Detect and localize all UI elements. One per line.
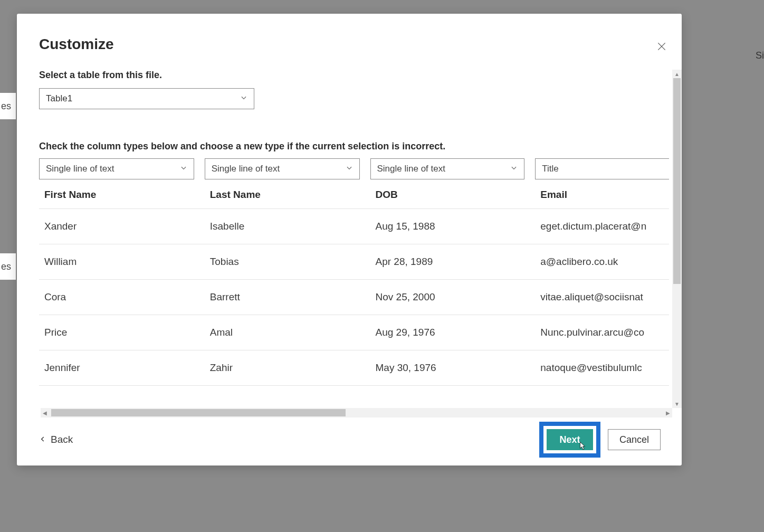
- scroll-down-icon[interactable]: ▼: [672, 400, 682, 408]
- table-row[interactable]: William Tobias Apr 28, 1989 a@aclibero.c…: [39, 244, 669, 280]
- cell-first-name: William: [39, 256, 205, 268]
- scroll-right-icon[interactable]: ▶: [664, 408, 672, 417]
- scroll-left-icon[interactable]: ◀: [41, 408, 49, 417]
- modal-body: Select a table from this file. Table1 Ch…: [39, 70, 682, 419]
- cell-last-name: Tobias: [205, 256, 370, 268]
- column-type-value: Single line of text: [377, 164, 445, 174]
- cancel-button[interactable]: Cancel: [608, 429, 661, 450]
- cell-email: vitae.aliquet@sociisnat: [535, 291, 669, 303]
- table-select[interactable]: Table1: [39, 88, 254, 109]
- back-label: Back: [51, 434, 73, 445]
- column-type-value: Single line of text: [46, 164, 114, 174]
- modal-title: Customize: [39, 36, 114, 53]
- column-type-value: Title: [542, 164, 559, 174]
- next-button[interactable]: Next: [547, 429, 593, 450]
- chevron-down-icon: [180, 164, 187, 174]
- cell-email: natoque@vestibulumlc: [535, 362, 669, 374]
- cell-first-name: Price: [39, 327, 205, 338]
- cell-dob: Nov 25, 2000: [370, 291, 536, 303]
- table-row[interactable]: Price Amal Aug 29, 1976 Nunc.pulvinar.ar…: [39, 315, 669, 350]
- horizontal-scrollbar-thumb[interactable]: [51, 409, 346, 416]
- cell-dob: Aug 29, 1976: [370, 327, 536, 338]
- scroll-up-icon[interactable]: ▲: [672, 70, 682, 78]
- cell-last-name: Barrett: [205, 291, 370, 303]
- chevron-left-icon: [39, 434, 46, 445]
- background-row-snippet: es: [0, 93, 16, 119]
- column-type-row: Single line of text Single line of text …: [39, 158, 669, 179]
- chevron-down-icon: [510, 164, 518, 174]
- chevron-down-icon: [346, 164, 353, 174]
- header-email: Email: [535, 189, 669, 201]
- cell-first-name: Jennifer: [39, 362, 205, 374]
- next-button-highlight: Next: [539, 422, 600, 458]
- close-icon[interactable]: [656, 41, 667, 54]
- background-row-snippet: es: [0, 253, 16, 280]
- table-row[interactable]: Jennifer Zahir May 30, 1976 natoque@vest…: [39, 350, 669, 386]
- cell-first-name: Cora: [39, 291, 205, 303]
- cell-last-name: Isabelle: [205, 221, 370, 232]
- chevron-down-icon: [240, 93, 247, 104]
- cell-last-name: Zahir: [205, 362, 370, 374]
- vertical-scrollbar-thumb[interactable]: [673, 78, 681, 284]
- footer-actions: Next Cancel: [539, 422, 661, 458]
- header-dob: DOB: [370, 189, 536, 201]
- select-table-label: Select a table from this file.: [39, 70, 669, 81]
- cell-dob: Aug 15, 1988: [370, 221, 536, 232]
- column-types-hint: Check the column types below and choose …: [39, 141, 669, 152]
- cell-email: eget.dictum.placerat@n: [535, 221, 669, 232]
- back-button[interactable]: Back: [39, 434, 73, 445]
- table-row[interactable]: Cora Barrett Nov 25, 2000 vitae.aliquet@…: [39, 280, 669, 315]
- table-select-value: Table1: [46, 93, 72, 104]
- cell-last-name: Amal: [205, 327, 370, 338]
- column-type-select-3[interactable]: Single line of text: [370, 158, 525, 179]
- horizontal-scrollbar[interactable]: ◀ ▶: [41, 408, 672, 417]
- background-partial-text-right: Si: [753, 50, 764, 61]
- column-type-select-1[interactable]: Single line of text: [39, 158, 194, 179]
- column-type-select-4[interactable]: Title: [535, 158, 669, 179]
- modal-footer: Back Next Cancel: [39, 419, 682, 466]
- cell-dob: Apr 28, 1989: [370, 256, 536, 268]
- cell-email: a@aclibero.co.uk: [535, 256, 669, 268]
- cell-dob: May 30, 1976: [370, 362, 536, 374]
- table-header-row: First Name Last Name DOB Email: [39, 180, 669, 209]
- table-row[interactable]: Xander Isabelle Aug 15, 1988 eget.dictum…: [39, 209, 669, 244]
- header-first-name: First Name: [39, 189, 205, 201]
- column-type-value: Single line of text: [212, 164, 280, 174]
- modal-header: Customize: [39, 36, 682, 54]
- cell-first-name: Xander: [39, 221, 205, 232]
- vertical-scrollbar[interactable]: ▲ ▼: [672, 70, 682, 408]
- header-last-name: Last Name: [205, 189, 370, 201]
- customize-modal: Customize Select a table from this file.…: [17, 14, 682, 466]
- column-type-select-2[interactable]: Single line of text: [205, 158, 360, 179]
- cell-email: Nunc.pulvinar.arcu@co: [535, 327, 669, 338]
